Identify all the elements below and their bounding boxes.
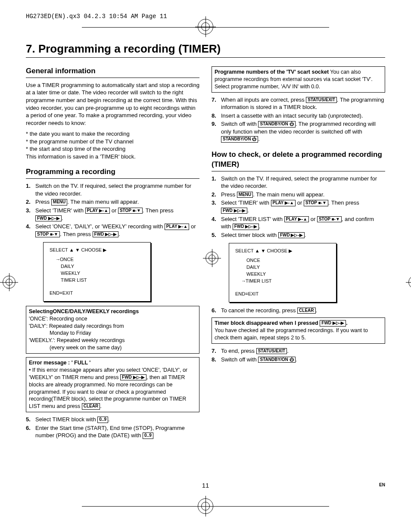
clear-button-label: CLEAR [297, 308, 315, 314]
info-line: 'WEEKLY.': Repeated weekly recordings [29, 337, 196, 344]
step-item: 2.Press MENU. The main menu will appear. [26, 198, 199, 206]
info-box-selecting: SelectingONCE/DAILY/WEEKLY recordings 'O… [26, 306, 199, 354]
info-box-prognum: Programme numbers of the 'TV' scart sock… [212, 66, 385, 93]
section-general-info: General information [26, 66, 199, 78]
steps-list: 1.Switch on the TV. If required, select … [26, 182, 199, 238]
step-item: 8.Insert a cassette with an intact secur… [212, 112, 385, 120]
general-bullet: * the start and stop time of the recordi… [26, 145, 199, 153]
fwd-button-label: FWD ▶▷-▶ [35, 215, 62, 222]
selection-arrow-icon: → [241, 278, 246, 285]
general-tail: This information is saved in a 'TIMER' b… [26, 153, 199, 161]
standby-button-label: STANDBY/ON ⏻ [258, 121, 295, 128]
step-item: 1.Switch on the TV. If required, select … [26, 182, 199, 197]
fwd-button-label: FWD ▶▷-▶ [278, 232, 305, 239]
info-box-title: Timer block disappeared when I pressed F… [215, 320, 382, 327]
section-programming: Programming a recording [26, 167, 199, 179]
osd-menu-item: WEEKLY [246, 271, 330, 278]
info-line: (every week on the same day) [29, 344, 196, 352]
fwd-button-label: FWD ▶▷-▶ [93, 231, 119, 238]
step-item: 2.Press MENU. The main menu will appear. [212, 191, 385, 199]
digits-button-label: 0..9 [143, 432, 153, 439]
fwd-button-label: FWD ▶▷-▶ [120, 374, 146, 381]
right-column: Programme numbers of the 'TV' scart sock… [212, 66, 385, 440]
step-item: 7.When all inputs are correct, press STA… [212, 96, 385, 111]
osd-menu-item: TIMER LIST [61, 277, 144, 284]
status-exit-button-label: STATUS/EXIT [306, 97, 337, 103]
info-line: 'DAILY': Repeated daily recordings from [29, 323, 196, 330]
osd-menu-box: SELECT ▲ ▼ CHOOSE ▶ ONCE DAILY WEEKLY →T… [229, 243, 336, 302]
step-item: 9.Switch off with STANDBY/ON ⏻. The prog… [212, 120, 385, 143]
stop-button-label: STOP ■-▼ [118, 208, 143, 214]
general-bullet: * the programme number of the TV channel [26, 138, 199, 146]
page-container: HG273ED(EN).qx3 04.2.3 10:54 AM Page 11 … [0, 0, 411, 532]
step-item: 4.Select 'TIMER LIST' with PLAY ▶-▲ or S… [212, 215, 385, 230]
language-code: EN [379, 482, 385, 487]
step-item: 6.Enter the Start time (START), End time… [26, 424, 199, 439]
info-line: 'ONCE': Recording once [29, 315, 196, 323]
info-box-title: Programme numbers of the 'TV' scart sock… [215, 69, 329, 75]
content-columns: General information Use a TIMER programm… [26, 66, 385, 440]
steps-list: 7.To end, press STATUS/EXIT. 8.Switch of… [212, 347, 385, 363]
selection-arrow-icon: → [56, 256, 60, 263]
standby-button-label: STANDBY/ON ⏻ [258, 357, 295, 363]
menu-button-label: MENU [237, 192, 253, 198]
digits-button-label: 0..9 [97, 417, 108, 423]
info-line: Monday to Friday [29, 330, 196, 337]
step-item: 3.Select 'TIMER' with PLAY ▶-▲ or STOP ■… [26, 207, 199, 222]
page-number: 11 [202, 482, 209, 489]
osd-menu-items: →ONCE DAILY WEEKLY TIMER LIST [50, 256, 144, 284]
osd-menu-item: DAILY [61, 263, 144, 270]
info-box-error: Error message : ' FULL ' • If this error… [26, 357, 199, 412]
step-item: 7.To end, press STATUS/EXIT. [212, 347, 385, 355]
general-paragraph: Use a TIMER programming to automatically… [26, 81, 199, 127]
play-button-label: PLAY ▶-▲ [284, 216, 309, 223]
osd-menu-item: →ONCE [61, 256, 144, 263]
page-title: 7. Programming a recording (TIMER) [26, 42, 385, 58]
menu-button-label: MENU [51, 199, 67, 205]
step-item: 6.To cancel the recording, press CLEAR. [212, 307, 385, 314]
crop-mark-bottom [26, 498, 385, 515]
standby-button-label: STANDBY/ON ⏻ [221, 136, 258, 143]
osd-menu-items: ONCE DAILY WEEKLY →TIMER LIST [235, 257, 330, 285]
steps-list: 1.Switch on the TV. If required, select … [212, 175, 385, 239]
page-footer: 11 EN [26, 482, 385, 489]
stop-button-label: STOP ■-▼ [317, 216, 342, 223]
steps-list: 5.Select TIMER block with 0..9. 6.Enter … [26, 416, 199, 439]
step-item: 5.Select timer block with FWD ▶▷-▶. [212, 231, 385, 239]
steps-list: 7.When all inputs are correct, press STA… [212, 96, 385, 143]
play-button-label: PLAY ▶-▲ [271, 200, 296, 206]
step-item: 1.Switch on the TV. If required, select … [212, 175, 385, 190]
info-box-text: • If this error message appears after yo… [29, 367, 196, 410]
registration-mark-icon [198, 498, 213, 514]
clear-button-label: CLEAR [82, 403, 100, 410]
osd-menu-item: DAILY [246, 264, 330, 271]
fwd-button-label: FWD ▶▷-▶ [320, 320, 346, 327]
osd-menu-top: SELECT ▲ ▼ CHOOSE ▶ [235, 248, 330, 255]
step-item: 3.Select 'TIMER' with PLAY ▶-▲ or STOP ■… [212, 199, 385, 214]
section-check-delete: How to check, or delete a programmed rec… [212, 150, 385, 171]
fwd-button-label: FWD ▶▷-▶ [221, 208, 247, 214]
osd-menu-box: SELECT ▲ ▼ CHOOSE ▶ →ONCE DAILY WEEKLY T… [43, 242, 151, 302]
osd-menu-item: ONCE [246, 257, 330, 264]
registration-mark-icon [198, 19, 213, 34]
stop-button-label: STOP ■-▼ [35, 231, 60, 238]
left-column: General information Use a TIMER programm… [26, 66, 199, 440]
info-box-title: Error message : ' FULL ' [29, 359, 196, 367]
status-exit-button-label: STATUS/EXIT [256, 348, 287, 355]
info-box-disappeared: Timer block disappeared when I pressed F… [212, 317, 385, 344]
crop-mark-top [26, 23, 385, 31]
step-item: 5.Select TIMER block with 0..9. [26, 416, 199, 423]
osd-menu-item: WEEKLY [61, 270, 144, 277]
general-bullet: * the date you want to make the recordin… [26, 130, 199, 138]
play-button-label: PLAY ▶-▲ [165, 224, 190, 230]
stop-button-label: STOP ■-▼ [304, 200, 328, 206]
info-box-title: SelectingONCE/DAILY/WEEKLY recordings [29, 308, 196, 315]
steps-list: 6.To cancel the recording, press CLEAR. [212, 307, 385, 314]
step-item: 8.Switch off with STANDBY/ON ⏻. [212, 356, 385, 364]
osd-menu-item: →TIMER LIST [246, 278, 330, 285]
play-button-label: PLAY ▶-▲ [85, 208, 110, 214]
osd-menu-top: SELECT ▲ ▼ CHOOSE ▶ [50, 247, 144, 254]
osd-menu-end: END=EXIT [235, 291, 330, 298]
fwd-button-label: FWD ▶▷-▶ [233, 224, 259, 230]
osd-menu-end: END=EXIT [50, 290, 144, 297]
